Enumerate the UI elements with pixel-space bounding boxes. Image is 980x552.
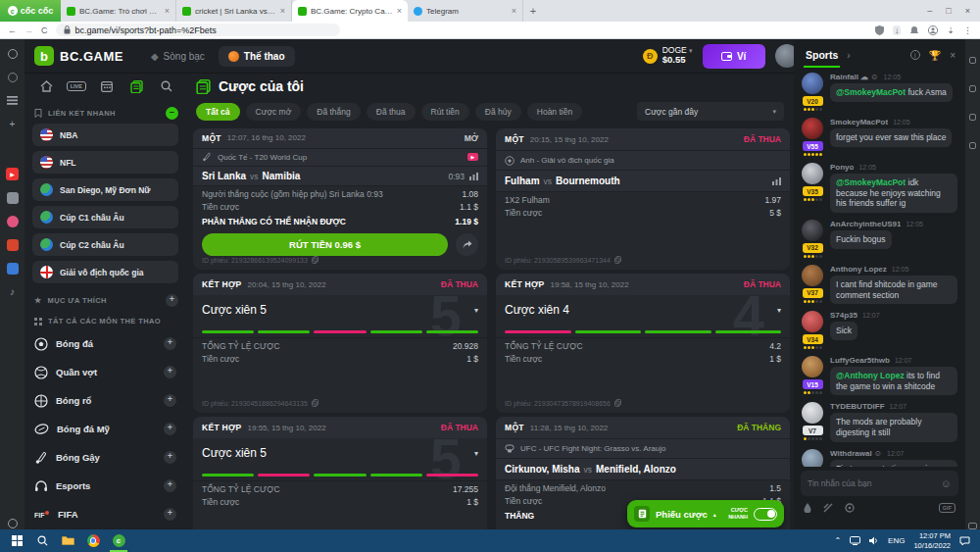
- browser-brand[interactable]: ccốc cốc: [0, 0, 61, 22]
- panel-icon[interactable]: [969, 57, 976, 64]
- close-chat-icon[interactable]: ×: [950, 50, 956, 61]
- chat-tab-sports[interactable]: Sports: [804, 43, 840, 68]
- avatar[interactable]: [802, 265, 823, 286]
- panel-icon[interactable]: [969, 85, 976, 92]
- minimize-button[interactable]: –: [927, 6, 932, 16]
- coccoc-taskbar-icon[interactable]: c: [106, 529, 131, 552]
- chat-rules-icon[interactable]: [823, 503, 833, 513]
- my-bets-icon[interactable]: [128, 79, 144, 93]
- downloads-tray-icon[interactable]: ⇣: [947, 25, 955, 35]
- volume-icon[interactable]: [869, 536, 879, 545]
- close-tab-icon[interactable]: ×: [512, 6, 516, 16]
- sidebar-item-tennis[interactable]: Quần vợt+: [24, 358, 186, 386]
- sidebar-item-american-football[interactable]: Bóng đá Mỹ+: [24, 415, 186, 443]
- close-tab-icon[interactable]: ×: [280, 6, 285, 16]
- sidebar-item-fifa[interactable]: FIF FIFA+: [24, 500, 186, 528]
- stats-bars-icon[interactable]: [772, 177, 781, 185]
- new-tab-button[interactable]: +: [523, 0, 543, 22]
- stats-bars-icon[interactable]: [469, 173, 478, 180]
- history-icon[interactable]: [6, 71, 19, 83]
- chevron-right-icon[interactable]: ›: [847, 50, 850, 61]
- sidebar-item-esports[interactable]: Esports+: [24, 472, 186, 500]
- avatar[interactable]: [802, 73, 823, 94]
- mention[interactable]: @SmokeyMacPot: [836, 87, 906, 97]
- start-button[interactable]: [4, 529, 29, 552]
- expand-plus-button[interactable]: +: [164, 366, 176, 378]
- chevron-down-icon[interactable]: ▾: [474, 449, 478, 458]
- mention[interactable]: @SmokeyMacPot: [836, 177, 906, 187]
- extension-bell-icon[interactable]: [909, 25, 919, 35]
- match-row[interactable]: Sri Lanka vs Namibia 0:93: [193, 166, 487, 186]
- copy-icon[interactable]: [312, 256, 318, 264]
- reload-button[interactable]: C: [41, 25, 48, 35]
- wallet-button[interactable]: Ví: [703, 44, 765, 69]
- collapse-quick-links-button[interactable]: –: [166, 107, 178, 120]
- filter-cashout[interactable]: Rút tiền: [421, 103, 469, 121]
- stats-icon[interactable]: [6, 262, 19, 275]
- avatar[interactable]: [802, 311, 823, 332]
- expand-plus-button[interactable]: +: [164, 423, 176, 435]
- music-icon[interactable]: ♪: [6, 285, 19, 298]
- filter-open[interactable]: Cược mở: [246, 103, 302, 121]
- nav-casino[interactable]: ◆Sòng bạc: [141, 46, 215, 67]
- cashout-button[interactable]: RÚT TIỀN 0.96 $: [202, 233, 448, 256]
- chat-input[interactable]: [808, 478, 936, 488]
- quick-bet-toggle[interactable]: [754, 508, 777, 521]
- youtube-icon[interactable]: ▶: [6, 168, 19, 180]
- match-row[interactable]: Fulham vs Bournemouth: [496, 170, 790, 192]
- app-red-icon[interactable]: [6, 238, 19, 251]
- browser-tab-4[interactable]: Telegram×: [408, 0, 523, 22]
- profile-icon[interactable]: [928, 25, 938, 35]
- avatar[interactable]: [802, 449, 823, 467]
- expand-plus-button[interactable]: +: [164, 394, 176, 407]
- quick-link-nfl[interactable]: NFL: [32, 151, 178, 174]
- expand-plus-button[interactable]: +: [164, 508, 176, 521]
- close-tab-icon[interactable]: ×: [397, 6, 402, 16]
- bcgame-logo[interactable]: b BC.GAME: [34, 46, 123, 66]
- search-icon[interactable]: [159, 79, 174, 93]
- quick-link-nba[interactable]: NBA: [32, 124, 178, 146]
- language-indicator[interactable]: ENG: [888, 536, 905, 545]
- match-row[interactable]: Cirkunov, Misha vs Menifield, Alonzo: [496, 458, 790, 480]
- chat-username[interactable]: TYDEBUTDIFF: [830, 402, 885, 411]
- expand-plus-button[interactable]: +: [164, 479, 176, 492]
- expand-plus-button[interactable]: +: [164, 451, 176, 464]
- avatar[interactable]: [802, 356, 823, 377]
- forward-button[interactable]: →: [24, 25, 33, 35]
- notification-center-icon[interactable]: [959, 536, 970, 546]
- expand-plus-button[interactable]: +: [164, 337, 176, 350]
- quick-link-san-diego[interactable]: San Diego, Mỹ Đơn Nữ: [32, 178, 178, 201]
- sidebar-item-basketball[interactable]: Bóng rổ+: [24, 386, 186, 415]
- taskbar-search-icon[interactable]: [29, 529, 55, 552]
- file-explorer-icon[interactable]: [55, 529, 80, 552]
- settings-gear-icon[interactable]: [6, 47, 19, 60]
- betslip-button[interactable]: Phiếu cược ▴ CƯỢCNHANH: [627, 500, 784, 527]
- chevron-down-icon[interactable]: ▾: [777, 306, 781, 315]
- chat-username[interactable]: SmokeyMacPot: [830, 118, 888, 126]
- filter-won[interactable]: Đã thắng: [307, 103, 361, 121]
- url-input[interactable]: bc.game/vi/sports?bt-path=%2Fbets: [56, 24, 340, 36]
- reading-list-icon[interactable]: [6, 94, 19, 107]
- shield-icon[interactable]: [875, 25, 884, 35]
- filter-cancelled[interactable]: Đã hủy: [475, 103, 521, 121]
- taskbar-clock[interactable]: 12:07 PM10/16/2022: [913, 531, 951, 550]
- chat-username[interactable]: Ponyo: [830, 163, 854, 172]
- copy-icon[interactable]: [614, 256, 621, 264]
- emoji-icon[interactable]: ☺: [941, 477, 952, 489]
- quick-link-cup-c1[interactable]: Cúp C1 châu Âu: [32, 206, 178, 228]
- copy-icon[interactable]: [312, 399, 318, 407]
- photos-icon[interactable]: [6, 191, 19, 204]
- quick-link-cup-c2[interactable]: Cúp C2 châu Âu: [32, 233, 178, 256]
- nav-sports[interactable]: Thế thao: [219, 46, 295, 67]
- filter-lost[interactable]: Đã thua: [367, 103, 416, 121]
- download-icon[interactable]: ↓: [893, 25, 902, 35]
- info-icon[interactable]: i: [910, 50, 920, 60]
- sidebar-item-football[interactable]: Bóng đá+: [24, 329, 186, 358]
- chat-username[interactable]: AnArchyintheUS91: [830, 220, 901, 228]
- mention[interactable]: @Anthony Lopez: [836, 371, 905, 380]
- quick-link-national-league[interactable]: Giải vô địch quốc gia: [32, 261, 178, 283]
- chat-username[interactable]: S74p35: [830, 311, 858, 320]
- add-favorite-button[interactable]: +: [166, 294, 178, 307]
- calendar-icon[interactable]: [99, 79, 115, 93]
- coin-drop-icon[interactable]: [845, 503, 855, 513]
